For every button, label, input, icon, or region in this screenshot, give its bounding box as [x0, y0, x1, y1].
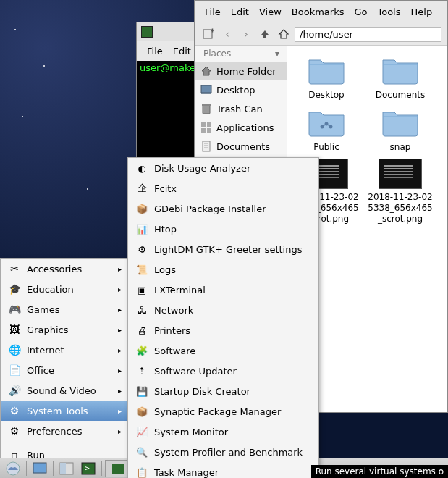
- menu-item-label: System Tools: [27, 406, 88, 416]
- systool-startup-disk-creator[interactable]: 💾Startup Disk Creator: [128, 381, 318, 401]
- systool-disk-usage-analyzer[interactable]: ◐Disk Usage Analyzer: [128, 158, 318, 178]
- sidebar-desktop[interactable]: Desktop: [195, 80, 287, 99]
- menu-item-label: Education: [27, 284, 74, 295]
- menu-preferences[interactable]: ⚙Preferences▸: [1, 421, 127, 441]
- menu-graphics[interactable]: 🖼Graphics▸: [1, 319, 127, 340]
- submenu-item-label: Synaptic Package Manager: [154, 406, 281, 417]
- folder-snap[interactable]: snap: [367, 106, 434, 153]
- category-icon: 🎮: [8, 303, 21, 316]
- systool-printers[interactable]: 🖨Printers: [128, 320, 318, 340]
- path-input[interactable]: /home/user: [295, 27, 441, 42]
- svg-rect-0: [203, 30, 212, 38]
- systool-task-manager[interactable]: 📋Task Manager: [128, 462, 318, 478]
- app-icon: 📋: [135, 466, 148, 478]
- submenu-item-label: Fcitx: [154, 183, 177, 194]
- sidebar-trash[interactable]: Trash Can: [195, 99, 287, 118]
- fm-menu-edit[interactable]: Edit: [227, 5, 253, 19]
- systool-software-updater[interactable]: ⇡Software Updater: [128, 361, 318, 381]
- svg-rect-4: [202, 104, 211, 106]
- app-icon: 📊: [135, 222, 148, 235]
- chevron-right-icon: ▸: [118, 285, 122, 293]
- fm-menu-file[interactable]: File: [200, 5, 225, 19]
- svg-rect-8: [207, 128, 211, 133]
- menu-games[interactable]: 🎮Games▸: [1, 299, 127, 319]
- file-manager-launcher[interactable]: [56, 460, 77, 477]
- svg-rect-17: [60, 463, 66, 474]
- sidebar-item-label: Documents: [216, 141, 270, 152]
- app-icon: 📦: [135, 202, 148, 215]
- systool-system-profiler-and-benchmark[interactable]: 🔍System Profiler and Benchmark: [128, 442, 318, 462]
- start-menu[interactable]: ✂Accessories▸🎓Education▸🎮Games▸🖼Graphics…: [0, 258, 128, 478]
- fm-menu-tools[interactable]: Tools: [373, 5, 405, 19]
- terminal-menu-edit[interactable]: Edit: [169, 44, 195, 58]
- systool-lightdm-gtk-greeter-settings[interactable]: ⚙LightDM GTK+ Greeter settings: [128, 239, 318, 259]
- menu-item-label: Sound & Video: [27, 385, 96, 396]
- menu-sound-video[interactable]: 🔊Sound & Video▸: [1, 380, 127, 401]
- submenu-item-label: Task Manager: [154, 467, 219, 478]
- folder-public[interactable]: Public: [293, 106, 360, 153]
- category-icon: ⚙: [8, 404, 21, 417]
- new-tab-button[interactable]: [200, 26, 216, 42]
- category-icon: 🌐: [8, 343, 21, 356]
- app-icon: 🧩: [135, 344, 148, 357]
- screenshot-file-2[interactable]: 2018-11-23-025338_656x465_scrot.png: [367, 159, 434, 225]
- menu-education[interactable]: 🎓Education▸: [1, 279, 127, 299]
- submenu-item-label: LXTerminal: [154, 285, 206, 295]
- terminal-launcher[interactable]: >: [78, 460, 98, 477]
- svg-rect-7: [201, 128, 206, 133]
- folder-documents[interactable]: Documents: [367, 54, 434, 101]
- systool-htop[interactable]: 📊Htop: [128, 219, 318, 239]
- menu-office[interactable]: 📄Office▸: [1, 360, 127, 380]
- systool-network[interactable]: 🖧Network: [128, 300, 318, 320]
- fm-menu-go[interactable]: Go: [350, 5, 371, 19]
- systool-fcitx[interactable]: 企Fcitx: [128, 178, 318, 198]
- menu-internet[interactable]: 🌐Internet▸: [1, 340, 127, 360]
- menu-accessories[interactable]: ✂Accessories▸: [1, 259, 127, 279]
- nav-back-button[interactable]: ‹: [219, 26, 235, 42]
- sidebar-applications[interactable]: Applications: [195, 118, 287, 137]
- fm-menu-view[interactable]: View: [255, 5, 286, 19]
- submenu-item-label: Network: [154, 305, 193, 316]
- show-desktop-button[interactable]: [30, 460, 50, 477]
- terminal-menu-file[interactable]: File: [143, 44, 167, 58]
- category-icon: ⚙: [8, 424, 21, 437]
- fm-menu-help[interactable]: Help: [407, 5, 437, 19]
- start-button[interactable]: [3, 460, 23, 477]
- sidebar-home-folder[interactable]: Home Folder: [195, 62, 287, 80]
- systool-lxterminal[interactable]: ▣LXTerminal: [128, 280, 318, 300]
- file-label: Desktop: [293, 90, 360, 101]
- file-label: Documents: [367, 90, 434, 101]
- virtualbox-tooltip: Run several virtual systems o: [311, 465, 448, 478]
- category-icon: 🎓: [8, 282, 21, 295]
- chevron-right-icon: ▸: [118, 346, 122, 354]
- menu-item-label: Internet: [27, 345, 64, 356]
- svg-text:>: >: [84, 464, 90, 472]
- fm-menu-bookmarks[interactable]: Bookmarks: [287, 5, 349, 19]
- menu-item-label: Accessories: [27, 264, 82, 274]
- submenu-item-label: Software: [154, 345, 195, 356]
- systool-synaptic-package-manager[interactable]: 📦Synaptic Package Manager: [128, 401, 318, 422]
- systool-gdebi-package-installer[interactable]: 📦GDebi Package Installer: [128, 198, 318, 219]
- file-manager-toolbar: ‹ › /home/user: [195, 23, 447, 46]
- chevron-right-icon: ▸: [118, 366, 122, 374]
- sidebar-documents[interactable]: Documents: [195, 137, 287, 156]
- menu-system-tools[interactable]: ⚙System Tools▸: [1, 401, 127, 421]
- folder-desktop[interactable]: Desktop: [293, 54, 360, 101]
- app-icon: 📈: [135, 425, 148, 438]
- sidebar-item-label: Applications: [216, 122, 274, 133]
- submenu-item-label: Logs: [154, 264, 176, 275]
- places-header[interactable]: Places ▾: [195, 46, 287, 62]
- svg-rect-3: [203, 106, 210, 114]
- nav-home-button[interactable]: [276, 26, 292, 42]
- system-tools-submenu[interactable]: ◐Disk Usage Analyzer企Fcitx📦GDebi Package…: [127, 157, 319, 478]
- svg-rect-2: [201, 93, 211, 94]
- nav-up-button[interactable]: [257, 26, 273, 42]
- systool-software[interactable]: 🧩Software: [128, 340, 318, 361]
- menu-item-label: Graphics: [27, 324, 68, 335]
- nav-forward-button[interactable]: ›: [238, 26, 254, 42]
- chevron-right-icon: ▸: [118, 427, 122, 435]
- submenu-item-label: System Profiler and Benchmark: [154, 447, 303, 458]
- systool-system-monitor[interactable]: 📈System Monitor: [128, 422, 318, 442]
- sidebar-item-label: Home Folder: [216, 66, 276, 77]
- systool-logs[interactable]: 📜Logs: [128, 259, 318, 280]
